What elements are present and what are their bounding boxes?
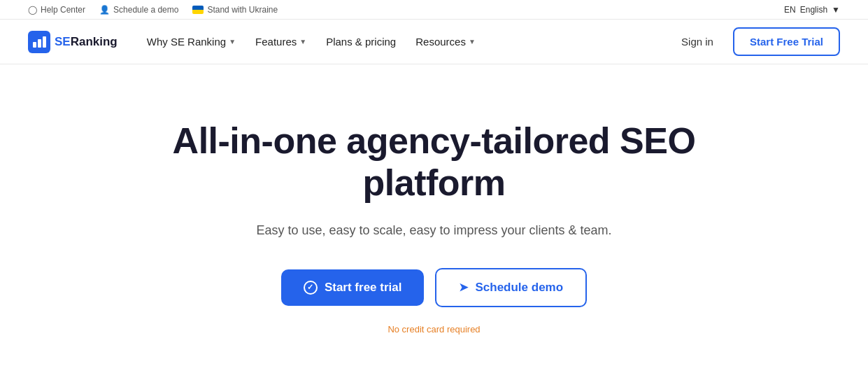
top-bar-left: ◯ Help Center 👤 Schedule a demo Stand wi… (28, 5, 278, 15)
hero-section: All-in-one agency-tailored SEO platform … (0, 64, 868, 377)
help-center-label: Help Center (41, 5, 85, 15)
sign-in-label: Sign in (681, 36, 713, 48)
schedule-demo-label: Schedule a demo (113, 5, 178, 15)
nav-plans-label: Plans & pricing (326, 36, 396, 48)
main-nav: SERanking Why SE Ranking ▼ Features ▼ Pl… (0, 20, 868, 64)
nav-resources-label: Resources (415, 36, 466, 48)
nav-why-se-ranking[interactable]: Why SE Ranking ▼ (138, 30, 244, 53)
schedule-demo-button[interactable]: ➤ Schedule demo (435, 268, 587, 307)
logo-text: SERanking (55, 35, 118, 49)
language-code: EN (784, 5, 796, 15)
logo-bar-2 (38, 39, 41, 48)
hero-title: All-in-one agency-tailored SEO platform (155, 120, 714, 204)
nav-left: SERanking Why SE Ranking ▼ Features ▼ Pl… (28, 30, 484, 53)
help-center-link[interactable]: ◯ Help Center (28, 5, 85, 15)
check-circle-icon: ✓ (304, 281, 318, 295)
nav-plans-pricing[interactable]: Plans & pricing (318, 30, 404, 53)
help-circle-icon: ◯ (28, 5, 37, 15)
language-selector[interactable]: EN English ▼ (784, 5, 840, 15)
logo-icon (28, 31, 50, 53)
logo-bars (30, 34, 49, 50)
sign-in-button[interactable]: Sign in (673, 30, 722, 53)
start-free-trial-button[interactable]: Start Free Trial (733, 27, 840, 56)
nav-links: Why SE Ranking ▼ Features ▼ Plans & pric… (138, 30, 484, 53)
logo-bar-1 (33, 42, 36, 48)
no-credit-card-text: No credit card required (387, 324, 480, 335)
chevron-resources-icon: ▼ (469, 38, 476, 45)
language-name: English (800, 5, 827, 15)
nav-right: Sign in Start Free Trial (673, 27, 840, 56)
paper-plane-icon: ➤ (459, 281, 468, 294)
chevron-why-icon: ▼ (229, 38, 236, 45)
start-free-trial-hero-label: Start free trial (325, 281, 402, 295)
top-bar: ◯ Help Center 👤 Schedule a demo Stand wi… (0, 0, 868, 20)
logo-se: SE (55, 35, 71, 48)
hero-subtitle: Easy to use, easy to scale, easy to impr… (256, 221, 611, 240)
nav-resources[interactable]: Resources ▼ (407, 30, 484, 53)
hero-buttons: ✓ Start free trial ➤ Schedule demo (281, 268, 587, 307)
logo-bar-3 (43, 36, 46, 48)
logo[interactable]: SERanking (28, 31, 118, 53)
ukraine-flag-icon (192, 6, 204, 14)
start-trial-label: Start Free Trial (750, 36, 823, 48)
person-icon: 👤 (99, 5, 110, 15)
nav-features-label: Features (255, 36, 297, 48)
chevron-down-icon: ▼ (832, 5, 840, 15)
nav-why-se-ranking-label: Why SE Ranking (147, 36, 226, 48)
schedule-demo-label: Schedule demo (475, 281, 563, 295)
nav-features[interactable]: Features ▼ (247, 30, 315, 53)
schedule-demo-link[interactable]: 👤 Schedule a demo (99, 5, 178, 15)
ukraine-link[interactable]: Stand with Ukraine (192, 5, 278, 15)
ukraine-label: Stand with Ukraine (207, 5, 278, 15)
chevron-features-icon: ▼ (299, 38, 306, 45)
start-free-trial-hero-button[interactable]: ✓ Start free trial (281, 269, 425, 306)
